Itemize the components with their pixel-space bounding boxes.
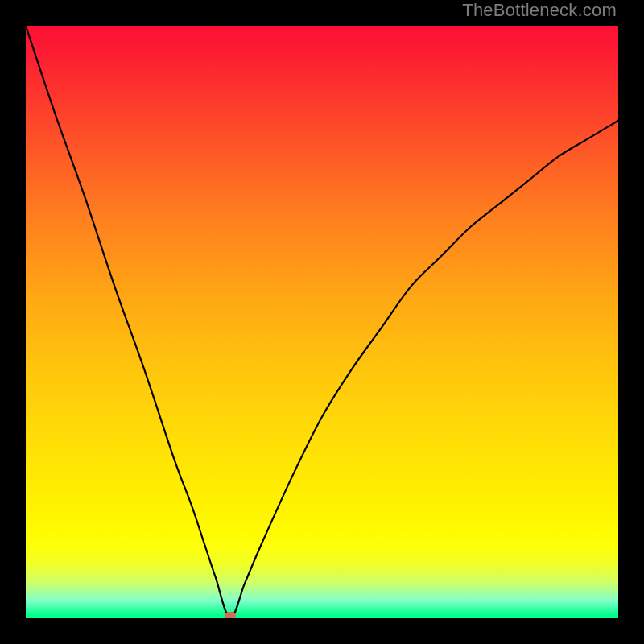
chart-frame: TheBottleneck.com <box>0 0 644 644</box>
watermark-text: TheBottleneck.com <box>462 0 617 21</box>
bottleneck-curve <box>26 26 618 618</box>
plot-area <box>26 26 618 618</box>
optimal-marker <box>225 612 236 618</box>
curve-path <box>26 26 618 618</box>
